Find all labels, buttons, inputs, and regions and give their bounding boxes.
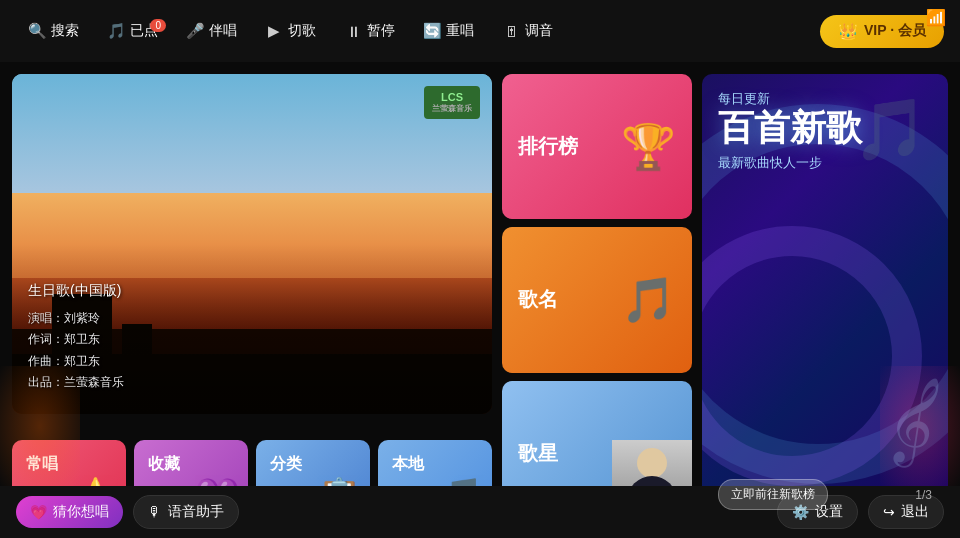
search-button[interactable]: 🔍 搜索 — [16, 16, 91, 46]
paihang-button[interactable]: 排行榜 🏆 — [502, 74, 692, 219]
lcs-logo: LCS 兰萤森音乐 — [424, 86, 480, 119]
crown-icon: 👑 — [838, 22, 858, 41]
tuning-icon: 🎚 — [502, 22, 520, 40]
queued-button[interactable]: 🎵 已点 0 — [95, 16, 170, 46]
folder-music-icon: 🎵 — [621, 274, 676, 326]
mic-icon: 🎙 — [148, 504, 162, 520]
duet-button[interactable]: 🎤 伴唱 — [174, 16, 249, 46]
tuning-button[interactable]: 🎚 调音 — [490, 16, 565, 46]
pause-icon: ⏸ — [344, 22, 362, 40]
replay-icon: 🔄 — [423, 22, 441, 40]
topbar: 🔍 搜索 🎵 已点 0 🎤 伴唱 ▶ 切歌 ⏸ 暂停 🔄 重唱 🎚 调音 👑 V… — [0, 0, 960, 62]
banner-cta-button[interactable]: 立即前往新歌榜 — [718, 479, 828, 510]
next-button[interactable]: ▶ 切歌 — [253, 16, 328, 46]
banner-top: 每日更新 百首新歌 最新歌曲快人一步 — [718, 90, 932, 172]
banner-page-indicator: 1/3 — [915, 488, 932, 502]
banner-bottom: 立即前往新歌榜 1/3 — [718, 479, 932, 510]
video-preview: LCS 兰萤森音乐 生日歌(中国版) 演唱：刘紫玲 作词：郑卫东 作曲：郑卫东 … — [12, 74, 492, 414]
pause-button[interactable]: ⏸ 暂停 — [332, 16, 407, 46]
duet-icon: 🎤 — [186, 22, 204, 40]
heart-icon: 💗 — [30, 504, 47, 520]
next-icon: ▶ — [265, 22, 283, 40]
guess-song-button[interactable]: 💗 猜你想唱 — [16, 496, 123, 528]
promotional-banner[interactable]: 🎵 𝄞 每日更新 百首新歌 最新歌曲快人一步 立即前往新歌榜 1/3 — [702, 74, 948, 526]
queue-badge: 0 — [150, 19, 166, 32]
voice-assistant-button[interactable]: 🎙 语音助手 — [133, 495, 239, 529]
song-info: 生日歌(中国版) 演唱：刘紫玲 作词：郑卫东 作曲：郑卫东 出品：兰萤森音乐 — [28, 277, 124, 394]
mid-categories: 排行榜 🏆 歌名 🎵 歌星 — [502, 74, 692, 526]
trophy-icon: 🏆 — [621, 121, 676, 173]
search-icon: 🔍 — [28, 22, 46, 40]
song-meta: 演唱：刘紫玲 作词：郑卫东 作曲：郑卫东 出品：兰萤森音乐 — [28, 308, 124, 394]
queue-icon: 🎵 — [107, 22, 125, 40]
replay-button[interactable]: 🔄 重唱 — [411, 16, 486, 46]
song-title: 生日歌(中国版) — [28, 277, 124, 300]
geming-button[interactable]: 歌名 🎵 — [502, 227, 692, 372]
wifi-icon: 📶 — [926, 8, 946, 27]
